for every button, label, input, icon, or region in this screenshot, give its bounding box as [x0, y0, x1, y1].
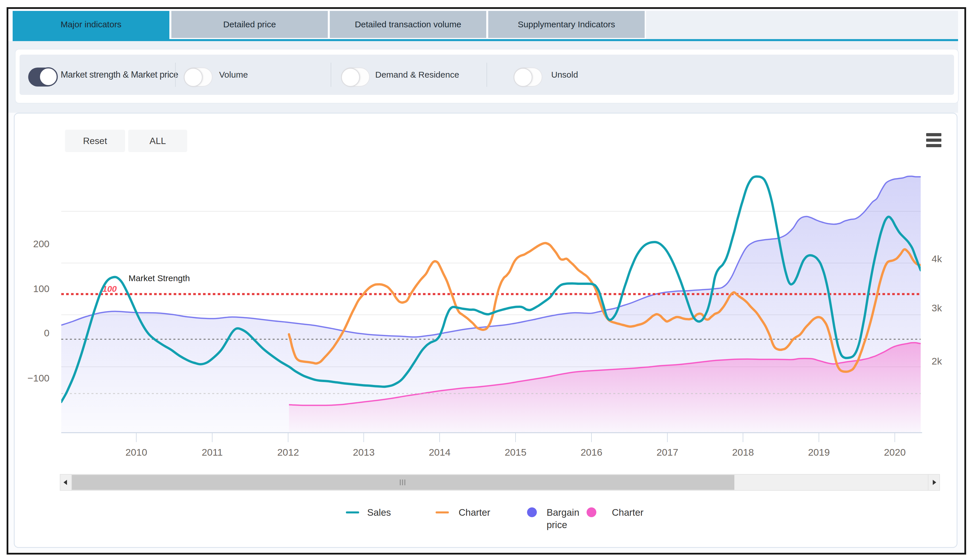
svg-text:2013: 2013	[353, 447, 375, 458]
svg-text:2015: 2015	[505, 447, 527, 458]
svg-text:Market Strength: Market Strength	[128, 273, 190, 283]
svg-text:2017: 2017	[656, 447, 678, 458]
svg-text:2018: 2018	[732, 447, 754, 458]
svg-text:2012: 2012	[277, 447, 299, 458]
svg-text:price: price	[547, 520, 567, 530]
svg-text:0: 0	[44, 327, 50, 338]
svg-text:2011: 2011	[202, 447, 222, 458]
svg-text:Sales: Sales	[367, 507, 391, 518]
svg-text:100: 100	[33, 283, 50, 294]
svg-text:Bargain: Bargain	[547, 507, 579, 518]
svg-text:4k: 4k	[932, 253, 942, 264]
svg-text:Charter: Charter	[459, 507, 490, 518]
svg-text:200: 200	[33, 238, 50, 249]
svg-text:2014: 2014	[429, 447, 450, 458]
svg-text:2016: 2016	[581, 447, 602, 458]
svg-text:Charter: Charter	[612, 507, 644, 518]
svg-text:2019: 2019	[808, 447, 830, 458]
svg-text:2k: 2k	[932, 356, 942, 367]
svg-text:3k: 3k	[932, 302, 942, 313]
svg-text:2010: 2010	[125, 447, 147, 458]
svg-text:−100: −100	[27, 373, 50, 383]
svg-text:2020: 2020	[884, 447, 906, 458]
